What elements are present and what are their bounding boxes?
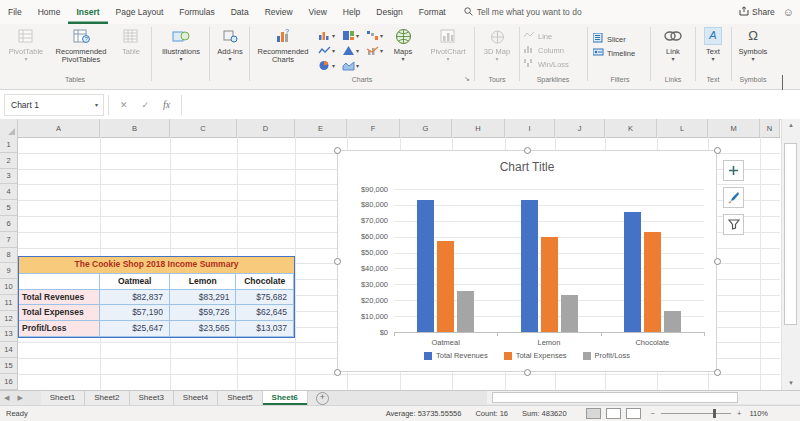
- chart-resize-handle[interactable]: [334, 369, 341, 376]
- chart-resize-handle[interactable]: [334, 258, 341, 265]
- table-value-cell[interactable]: $57,190: [100, 305, 170, 321]
- feedback-smiley-icon[interactable]: ☺: [783, 6, 794, 18]
- column-header-C[interactable]: C: [170, 119, 237, 137]
- row-header-2[interactable]: 2: [0, 153, 18, 169]
- page-break-view-button[interactable]: [626, 408, 641, 419]
- tab-help[interactable]: Help: [335, 0, 368, 24]
- row-header-10[interactable]: 10: [0, 279, 18, 295]
- column-header-G[interactable]: G: [400, 119, 452, 137]
- normal-view-button[interactable]: [586, 408, 601, 419]
- row-header-5[interactable]: 5: [0, 200, 18, 216]
- insert-line-chart-icon[interactable]: ▾: [318, 43, 342, 58]
- chart-resize-handle[interactable]: [334, 147, 341, 154]
- maps-button[interactable]: Maps▾: [385, 26, 421, 62]
- row-header-3[interactable]: 3: [0, 169, 18, 185]
- tab-home[interactable]: Home: [30, 0, 69, 24]
- bar-total-revenues[interactable]: [521, 200, 538, 332]
- table-value-cell[interactable]: $75,682: [236, 290, 294, 306]
- timeline-button[interactable]: Timeline: [593, 47, 635, 59]
- chart-elements-button[interactable]: [723, 160, 744, 181]
- sheet-nav-left-icon[interactable]: ◀: [0, 391, 13, 405]
- bar-total-expenses[interactable]: [541, 237, 558, 332]
- zoom-slider[interactable]: [661, 413, 731, 414]
- table-value-cell[interactable]: $13,037: [236, 321, 294, 337]
- table-value-cell[interactable]: $82,837: [100, 290, 170, 306]
- chart-resize-handle[interactable]: [524, 147, 531, 154]
- chart-resize-handle[interactable]: [714, 258, 721, 265]
- name-box[interactable]: Chart 1 ▾: [4, 94, 104, 116]
- table-cell-blank[interactable]: [19, 274, 100, 290]
- table-value-cell[interactable]: $23,565: [170, 321, 237, 337]
- chart-legend[interactable]: Total RevenuesTotal ExpensesProfit/Loss: [338, 351, 716, 360]
- row-header-8[interactable]: 8: [0, 248, 18, 264]
- table-title-cell[interactable]: The Cookie Shop 2018 Income Summary: [19, 257, 294, 274]
- formula-input[interactable]: [186, 94, 796, 116]
- row-header-16[interactable]: 16: [0, 374, 18, 390]
- bar-total-expenses[interactable]: [437, 241, 454, 332]
- new-sheet-button[interactable]: +: [316, 392, 329, 405]
- legend-item[interactable]: Total Expenses: [504, 351, 567, 360]
- recommended-charts-button[interactable]: ? Recommended Charts: [254, 26, 312, 64]
- sheet-nav-right-icon[interactable]: ▶: [13, 391, 26, 405]
- select-all-corner[interactable]: [0, 119, 18, 137]
- legend-item[interactable]: Total Revenues: [424, 351, 488, 360]
- slicer-button[interactable]: Slicer: [593, 33, 626, 45]
- bar-total-revenues[interactable]: [417, 200, 434, 332]
- chart-styles-button[interactable]: [723, 187, 744, 208]
- chart-object[interactable]: Chart Title $0$10,000$20,000$30,000$40,0…: [337, 150, 717, 372]
- recommended-pivottables-button[interactable]: ? Recommended PivotTables: [50, 26, 112, 64]
- column-header-E[interactable]: E: [295, 119, 347, 137]
- zoom-out-button[interactable]: −: [651, 409, 655, 418]
- scroll-down-icon[interactable]: ▼: [782, 377, 800, 389]
- tab-insert[interactable]: Insert: [68, 0, 107, 24]
- bar-total-revenues[interactable]: [624, 212, 641, 332]
- column-header-H[interactable]: H: [452, 119, 505, 137]
- insert-function-icon[interactable]: fx: [156, 99, 177, 110]
- insert-pyramid-chart-icon[interactable]: ▾: [342, 43, 366, 58]
- tab-page-layout[interactable]: Page Layout: [108, 0, 172, 24]
- row-header-12[interactable]: 12: [0, 311, 18, 327]
- column-header-N[interactable]: N: [760, 119, 780, 137]
- table-row-label[interactable]: Total Expenses: [19, 305, 100, 321]
- vertical-scroll-thumb[interactable]: [784, 143, 797, 325]
- row-header-1[interactable]: 1: [0, 137, 18, 153]
- table-column-header[interactable]: Chocolate: [236, 274, 294, 290]
- page-layout-view-button[interactable]: [606, 408, 621, 419]
- legend-item[interactable]: Profit/Loss: [583, 351, 630, 360]
- symbols-button[interactable]: Ω Symbols▾: [735, 26, 771, 62]
- sheet-tab-sheet6[interactable]: Sheet6: [263, 391, 308, 405]
- insert-column-chart-icon[interactable]: ▾: [318, 28, 342, 43]
- table-value-cell[interactable]: $62,645: [236, 305, 294, 321]
- bar-profit-loss[interactable]: [664, 311, 681, 332]
- column-header-I[interactable]: I: [505, 119, 555, 137]
- tab-data[interactable]: Data: [223, 0, 257, 24]
- zoom-slider-thumb[interactable]: [713, 409, 716, 418]
- row-header-11[interactable]: 11: [0, 295, 18, 311]
- table-value-cell[interactable]: $83,291: [170, 290, 237, 306]
- scroll-up-icon[interactable]: ▲: [782, 119, 800, 131]
- column-header-J[interactable]: J: [555, 119, 605, 137]
- row-header-4[interactable]: 4: [0, 184, 18, 200]
- row-header-15[interactable]: 15: [0, 358, 18, 374]
- row-header-9[interactable]: 9: [0, 263, 18, 279]
- tab-formulas[interactable]: Formulas: [171, 0, 222, 24]
- column-header-K[interactable]: K: [605, 119, 657, 137]
- sheet-tab-sheet5[interactable]: Sheet5: [218, 391, 262, 405]
- table-row-label[interactable]: Total Revenues: [19, 290, 100, 306]
- insert-area-chart-icon[interactable]: ▾: [342, 58, 366, 73]
- tell-me-search[interactable]: Tell me what you want to do: [464, 7, 582, 18]
- insert-hierarchy-chart-icon[interactable]: ▾: [342, 28, 366, 43]
- column-header-A[interactable]: A: [18, 119, 100, 137]
- column-header-F[interactable]: F: [347, 119, 400, 137]
- sheet-tab-sheet1[interactable]: Sheet1: [41, 391, 85, 405]
- share-button[interactable]: Share: [739, 6, 775, 18]
- insert-pie-chart-icon[interactable]: ▾: [318, 58, 342, 73]
- table-value-cell[interactable]: $59,726: [170, 305, 237, 321]
- tab-design[interactable]: Design: [368, 0, 410, 24]
- chart-title[interactable]: Chart Title: [338, 160, 716, 174]
- data-table[interactable]: The Cookie Shop 2018 Income SummaryOatme…: [18, 256, 295, 338]
- tab-file[interactable]: File: [0, 0, 30, 24]
- addins-button[interactable]: Add-ins▾: [213, 26, 247, 62]
- row-header-6[interactable]: 6: [0, 216, 18, 232]
- zoom-level[interactable]: 110%: [749, 409, 768, 418]
